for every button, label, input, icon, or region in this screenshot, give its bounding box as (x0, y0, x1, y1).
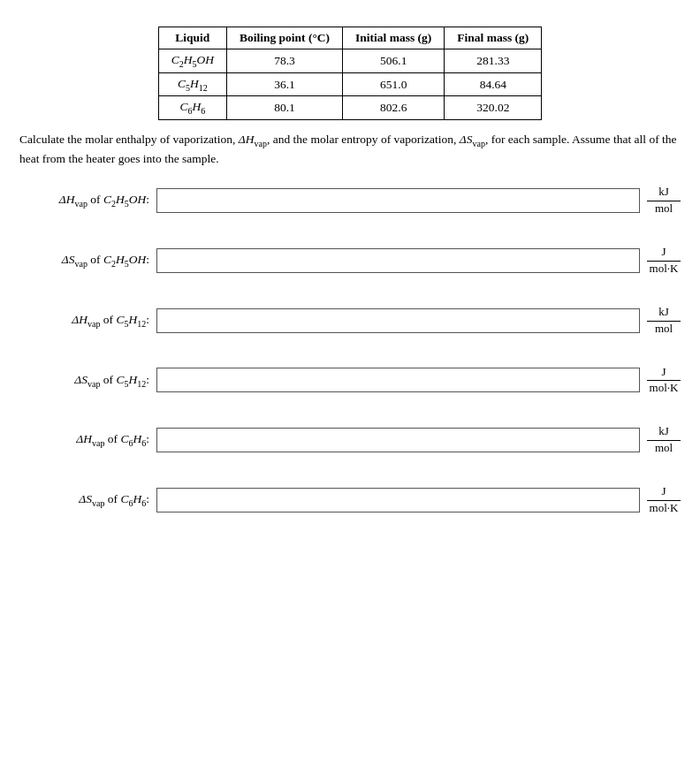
unit-label-dH_C2H5OH: kJmol (647, 185, 681, 216)
question-label-dH_C5H12: ΔHvap of C5H12: (19, 313, 156, 329)
question-block-dH_C5H12: ΔHvap of C5H12:kJmol (19, 305, 681, 337)
question-label-dS_C6H6: ΔSvap of C6H6: (19, 492, 156, 508)
table-cell: 651.0 (343, 72, 445, 96)
calc-instruction: Calculate the molar enthalpy of vaporiza… (19, 131, 681, 169)
question-label-dS_C5H12: ΔSvap of C5H12: (19, 373, 156, 389)
table-cell: C5H12 (158, 72, 226, 96)
table-cell: 84.64 (445, 72, 542, 96)
answer-input-dH_C2H5OH[interactable] (156, 188, 640, 213)
data-table: Liquid Boiling point (°C) Initial mass (… (158, 27, 543, 120)
question-block-dS_C5H12: ΔSvap of C5H12:Jmol·K (19, 365, 681, 397)
table-cell: 36.1 (226, 72, 342, 96)
table-cell: C6H6 (158, 96, 226, 120)
col-final: Final mass (g) (445, 27, 542, 49)
question-label-dS_C2H5OH: ΔSvap of C2H5OH: (19, 253, 156, 269)
unit-label-dH_C6H6: kJmol (647, 424, 681, 456)
table-cell: 320.02 (445, 96, 542, 120)
table-cell: 80.1 (226, 96, 342, 120)
unit-label-dS_C6H6: Jmol·K (647, 484, 681, 516)
question-block-dS_C6H6: ΔSvap of C6H6:Jmol·K (19, 484, 681, 516)
unit-label-dS_C2H5OH: Jmol·K (647, 245, 681, 277)
table-cell: C2H5OH (158, 49, 226, 73)
unit-label-dS_C5H12: Jmol·K (647, 365, 681, 397)
question-label-dH_C2H5OH: ΔHvap of C2H5OH: (19, 193, 156, 209)
table-cell: 506.1 (343, 49, 445, 73)
table-cell: 802.6 (343, 96, 445, 120)
col-initial: Initial mass (g) (343, 27, 445, 49)
answer-input-dS_C5H12[interactable] (156, 368, 640, 392)
question-block-dH_C6H6: ΔHvap of C6H6:kJmol (19, 424, 681, 456)
table-cell: 281.33 (445, 49, 542, 73)
answer-input-dH_C6H6[interactable] (156, 428, 640, 452)
answer-input-dH_C5H12[interactable] (156, 308, 640, 333)
table-cell: 78.3 (226, 49, 342, 73)
question-block-dS_C2H5OH: ΔSvap of C2H5OH:Jmol·K (19, 245, 681, 277)
col-liquid: Liquid (158, 27, 226, 49)
col-boiling: Boiling point (°C) (226, 27, 342, 49)
unit-label-dH_C5H12: kJmol (647, 305, 681, 337)
answer-input-dS_C6H6[interactable] (156, 488, 640, 512)
answer-input-dS_C2H5OH[interactable] (156, 248, 640, 273)
question-label-dH_C6H6: ΔHvap of C6H6: (19, 432, 156, 448)
question-block-dH_C2H5OH: ΔHvap of C2H5OH:kJmol (19, 185, 681, 216)
